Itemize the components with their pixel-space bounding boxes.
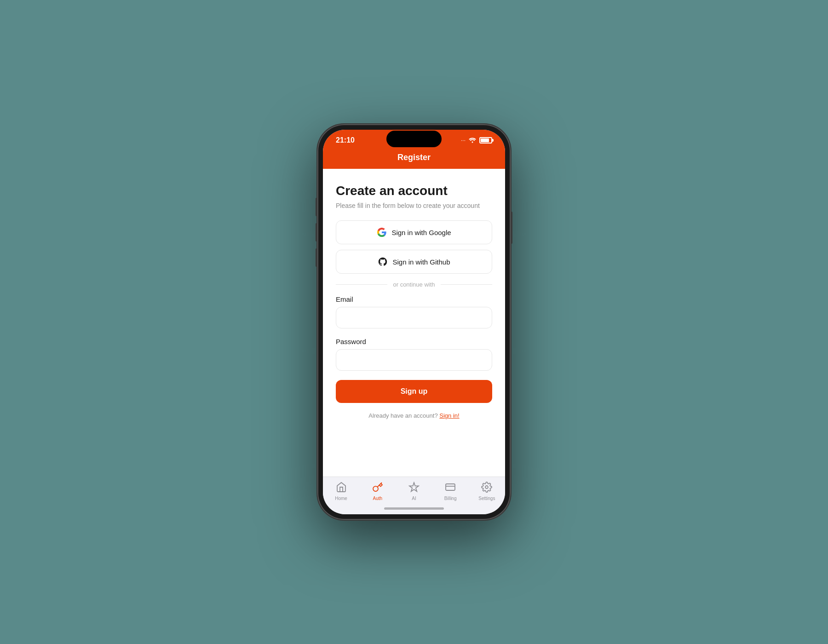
email-input[interactable] — [336, 307, 492, 328]
tab-ai-label: AI — [412, 496, 416, 501]
google-button-label: Sign in with Google — [391, 229, 451, 236]
nav-title: Register — [397, 153, 431, 162]
tab-billing[interactable]: Billing — [438, 482, 463, 501]
github-button-label: Sign in with Github — [392, 258, 450, 266]
status-icons: ··· — [461, 137, 492, 144]
divider-line-right — [441, 284, 492, 285]
tab-settings[interactable]: Settings — [474, 482, 500, 501]
github-signin-button[interactable]: Sign in with Github — [336, 250, 492, 274]
navigation-bar: Register — [323, 148, 505, 169]
tab-auth-label: Auth — [373, 496, 382, 501]
google-signin-button[interactable]: Sign in with Google — [336, 220, 492, 244]
billing-icon — [445, 482, 456, 494]
signup-button-label: Sign up — [401, 387, 428, 395]
main-content: Create an account Please fill in the for… — [323, 169, 505, 477]
page-heading: Create an account — [336, 184, 492, 198]
divider: or continue with — [336, 281, 492, 288]
email-field-group: Email — [336, 295, 492, 338]
password-input[interactable] — [336, 349, 492, 371]
auth-icon — [372, 482, 383, 494]
tab-ai[interactable]: AI — [401, 482, 426, 501]
tab-settings-label: Settings — [478, 496, 495, 501]
phone-mockup: 21:10 ··· — [317, 124, 511, 520]
page-subtitle: Please fill in the form below to create … — [336, 202, 492, 209]
password-label: Password — [336, 338, 492, 345]
ai-icon — [408, 482, 420, 494]
email-label: Email — [336, 295, 492, 303]
home-icon — [336, 482, 347, 494]
phone-frame: 21:10 ··· — [317, 124, 511, 520]
divider-line-left — [336, 284, 387, 285]
tab-auth[interactable]: Auth — [365, 482, 390, 501]
settings-icon — [481, 482, 492, 494]
svg-point-2 — [485, 486, 488, 489]
svg-rect-0 — [446, 484, 455, 490]
dynamic-island — [386, 131, 442, 147]
signin-link[interactable]: Sign in! — [439, 412, 459, 419]
tab-home-label: Home — [335, 496, 347, 501]
status-time: 21:10 — [336, 136, 355, 144]
password-field-group: Password — [336, 338, 492, 380]
github-icon — [378, 257, 388, 267]
signal-icon: ··· — [461, 137, 466, 144]
home-bar — [384, 507, 444, 510]
google-icon — [377, 227, 387, 237]
home-indicator — [323, 505, 505, 514]
tab-bar: Home Auth — [323, 477, 505, 505]
tab-home[interactable]: Home — [328, 482, 354, 501]
already-account-text: Already have an account? Sign in! — [336, 412, 492, 419]
wifi-icon — [468, 137, 477, 144]
battery-icon — [479, 137, 492, 144]
phone-screen: 21:10 ··· — [323, 130, 505, 514]
signup-button[interactable]: Sign up — [336, 380, 492, 403]
tab-billing-label: Billing — [444, 496, 457, 501]
divider-text: or continue with — [393, 281, 435, 288]
